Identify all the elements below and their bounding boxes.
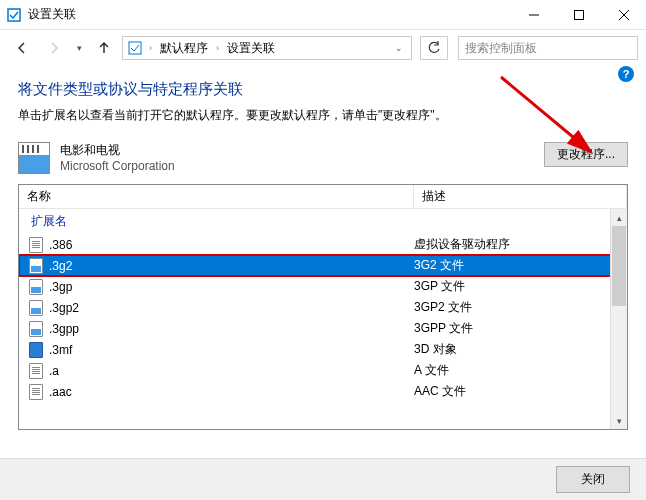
app-large-icon <box>18 142 50 174</box>
ext-desc: 3G2 文件 <box>414 257 627 274</box>
breadcrumb-item[interactable]: 默认程序 <box>158 40 210 57</box>
app-name: 电影和电视 <box>60 142 544 159</box>
scroll-thumb[interactable] <box>612 226 626 306</box>
column-name[interactable]: 名称 <box>19 185 414 208</box>
breadcrumb-item[interactable]: 设置关联 <box>225 40 277 57</box>
file-icon <box>27 321 45 337</box>
table-row[interactable]: .3gp3GP 文件 <box>19 276 627 297</box>
table-row[interactable]: .3gpp3GPP 文件 <box>19 318 627 339</box>
ext-desc: 虚拟设备驱动程序 <box>414 236 627 253</box>
up-button[interactable] <box>90 34 118 62</box>
forward-button[interactable] <box>40 34 68 62</box>
file-icon <box>27 384 45 400</box>
back-button[interactable] <box>8 34 36 62</box>
refresh-button[interactable] <box>420 36 448 60</box>
ext-name: .a <box>49 364 414 378</box>
search-input[interactable]: 搜索控制面板 <box>458 36 638 60</box>
svg-rect-2 <box>574 10 583 19</box>
app-icon <box>6 7 22 23</box>
file-icon <box>27 363 45 379</box>
ext-name: .aac <box>49 385 414 399</box>
footer: 关闭 <box>0 458 646 500</box>
minimize-button[interactable] <box>511 0 556 30</box>
default-app-row: 电影和电视 Microsoft Corporation 更改程序... <box>18 142 628 174</box>
file-icon <box>27 237 45 253</box>
file-icon <box>27 279 45 295</box>
titlebar: 设置关联 <box>0 0 646 30</box>
table-row[interactable]: .386虚拟设备驱动程序 <box>19 234 627 255</box>
extensions-listview: 名称 描述 扩展名 .386虚拟设备驱动程序.3g23G2 文件.3gp3GP … <box>18 184 628 430</box>
chevron-right-icon: › <box>212 43 223 53</box>
app-vendor: Microsoft Corporation <box>60 159 544 173</box>
table-row[interactable]: .aacAAC 文件 <box>19 381 627 402</box>
file-icon <box>27 342 45 358</box>
chevron-right-icon: › <box>145 43 156 53</box>
table-row[interactable]: .3gp23GP2 文件 <box>19 297 627 318</box>
ext-desc: 3GP2 文件 <box>414 299 627 316</box>
scrollbar[interactable]: ▴ ▾ <box>610 209 627 429</box>
file-icon <box>27 258 45 274</box>
location-icon <box>127 40 143 56</box>
scroll-down-button[interactable]: ▾ <box>611 412 627 429</box>
address-bar[interactable]: › 默认程序 › 设置关联 ⌄ <box>122 36 412 60</box>
navbar: ▾ › 默认程序 › 设置关联 ⌄ 搜索控制面板 <box>0 30 646 66</box>
ext-name: .3mf <box>49 343 414 357</box>
ext-name: .3g2 <box>49 259 414 273</box>
ext-name: .3gp <box>49 280 414 294</box>
help-icon[interactable]: ? <box>618 66 634 82</box>
close-button[interactable]: 关闭 <box>556 466 630 493</box>
table-row[interactable]: .3g23G2 文件 <box>19 255 627 276</box>
svg-rect-5 <box>129 42 141 54</box>
content-area: 将文件类型或协议与特定程序关联 单击扩展名以查看当前打开它的默认程序。要更改默认… <box>0 66 646 430</box>
history-dropdown[interactable]: ▾ <box>72 38 86 58</box>
change-program-button[interactable]: 更改程序... <box>544 142 628 167</box>
list-header: 名称 描述 <box>19 185 627 209</box>
close-window-button[interactable] <box>601 0 646 30</box>
ext-desc: A 文件 <box>414 362 627 379</box>
ext-name: .3gpp <box>49 322 414 336</box>
page-description: 单击扩展名以查看当前打开它的默认程序。要更改默认程序，请单击"更改程序"。 <box>18 107 628 124</box>
ext-desc: 3GP 文件 <box>414 278 627 295</box>
maximize-button[interactable] <box>556 0 601 30</box>
list-body: 扩展名 .386虚拟设备驱动程序.3g23G2 文件.3gp3GP 文件.3gp… <box>19 209 627 429</box>
ext-name: .386 <box>49 238 414 252</box>
table-row[interactable]: .aA 文件 <box>19 360 627 381</box>
address-dropdown[interactable]: ⌄ <box>391 43 407 53</box>
ext-desc: 3GPP 文件 <box>414 320 627 337</box>
ext-desc: AAC 文件 <box>414 383 627 400</box>
table-row[interactable]: .3mf3D 对象 <box>19 339 627 360</box>
group-header: 扩展名 <box>19 209 627 234</box>
column-desc[interactable]: 描述 <box>414 185 627 208</box>
ext-name: .3gp2 <box>49 301 414 315</box>
window-title: 设置关联 <box>28 6 511 23</box>
file-icon <box>27 300 45 316</box>
svg-rect-0 <box>8 9 20 21</box>
ext-desc: 3D 对象 <box>414 341 627 358</box>
scroll-up-button[interactable]: ▴ <box>611 209 627 226</box>
search-placeholder: 搜索控制面板 <box>465 40 537 57</box>
page-title: 将文件类型或协议与特定程序关联 <box>18 80 628 99</box>
